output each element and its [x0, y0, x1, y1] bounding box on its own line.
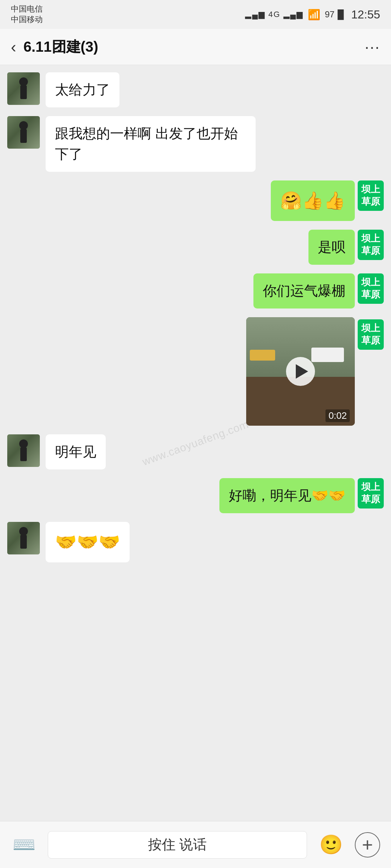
- bottom-bar: ⌨️ 按住 说话 🙂 +: [0, 821, 391, 868]
- emoji-button[interactable]: 🙂: [318, 832, 344, 858]
- message-text: 好嘞，明年见🤝🤝: [229, 488, 345, 503]
- sender-badge: 坝上草原: [358, 180, 384, 211]
- message-row: 太给力了: [7, 72, 384, 107]
- bubble-container: 好嘞，明年见🤝🤝 坝上草原: [219, 478, 384, 513]
- message-text: 🤝🤝🤝: [55, 532, 120, 552]
- sender-badge: 坝上草原: [358, 319, 384, 350]
- chat-header: ‹ 6.11团建(3) ···: [0, 29, 391, 65]
- more-button[interactable]: ···: [365, 38, 380, 56]
- message-text: 🤗👍👍: [280, 191, 345, 210]
- chat-area: 太给力了 跟我想的一样啊 出发了也开始下了 🤗👍👍 坝上草原: [0, 65, 391, 821]
- voice-button[interactable]: 按住 说话: [48, 831, 307, 859]
- message-text: 是呗: [318, 239, 345, 255]
- video-duration: 0:02: [325, 409, 350, 422]
- message-bubble: 你们运气爆棚: [253, 273, 355, 309]
- avatar: [7, 116, 40, 149]
- avatar: [7, 434, 40, 467]
- bubble-container: 0:02 坝上草原: [246, 317, 384, 426]
- status-bar: 中国电信 中国移动 ▂▄▆ 4G ▂▄▆ 📶 97▐▌ 12:55: [0, 0, 391, 29]
- message-row: 0:02 坝上草原: [7, 317, 384, 426]
- time-label: 12:55: [351, 8, 380, 21]
- chat-title: 6.11团建(3): [24, 37, 365, 57]
- message-bubble: 🤝🤝🤝: [46, 522, 130, 562]
- message-text: 太给力了: [55, 82, 110, 97]
- avatar: [7, 72, 40, 105]
- avatar: [7, 522, 40, 554]
- add-icon: +: [362, 834, 373, 856]
- message-row: 跟我想的一样啊 出发了也开始下了: [7, 116, 384, 172]
- add-button[interactable]: +: [355, 832, 380, 858]
- keyboard-icon: ⌨️: [12, 834, 36, 856]
- video-message[interactable]: 0:02: [246, 317, 355, 426]
- keyboard-button[interactable]: ⌨️: [11, 832, 37, 858]
- back-button[interactable]: ‹: [11, 38, 16, 56]
- voice-label: 按住 说话: [148, 835, 207, 854]
- carrier-info: 中国电信 中国移动: [11, 4, 43, 25]
- battery-icon: 97▐▌: [325, 9, 347, 20]
- play-button[interactable]: [286, 357, 315, 386]
- message-bubble: 好嘞，明年见🤝🤝: [219, 478, 355, 513]
- message-text: 你们运气爆棚: [263, 283, 345, 298]
- message-row: 明年见: [7, 434, 384, 469]
- sender-badge: 坝上草原: [358, 478, 384, 509]
- status-right: ▂▄▆ 4G ▂▄▆ 📶 97▐▌ 12:55: [245, 8, 380, 21]
- message-bubble: 🤗👍👍: [271, 180, 355, 221]
- sender-badge: 坝上草原: [358, 230, 384, 260]
- message-bubble: 跟我想的一样啊 出发了也开始下了: [46, 116, 256, 172]
- bubble-container: 🤗👍👍 坝上草原: [271, 180, 384, 221]
- message-bubble: 明年见: [46, 434, 106, 469]
- wifi-icon: 📶: [308, 9, 320, 21]
- message-row: 🤝🤝🤝: [7, 522, 384, 562]
- bubble-container: 你们运气爆棚 坝上草原: [253, 273, 384, 309]
- message-row: 是呗 坝上草原: [7, 230, 384, 265]
- message-row: 🤗👍👍 坝上草原: [7, 180, 384, 221]
- carrier1-label: 中国电信: [11, 4, 43, 14]
- message-bubble: 是呗: [308, 230, 355, 265]
- message-text: 明年见: [55, 444, 96, 459]
- bubble-container: 是呗 坝上草原: [308, 230, 384, 265]
- carrier2-label: 中国移动: [11, 14, 43, 25]
- message-row: 你们运气爆棚 坝上草原: [7, 273, 384, 309]
- emoji-icon: 🙂: [319, 834, 343, 856]
- message-row: 好嘞，明年见🤝🤝 坝上草原: [7, 478, 384, 513]
- message-bubble: 太给力了: [46, 72, 119, 107]
- signal-icon: ▂▄▆ 4G ▂▄▆: [245, 10, 303, 19]
- sender-badge: 坝上草原: [358, 273, 384, 304]
- message-text: 跟我想的一样啊 出发了也开始下了: [55, 126, 238, 162]
